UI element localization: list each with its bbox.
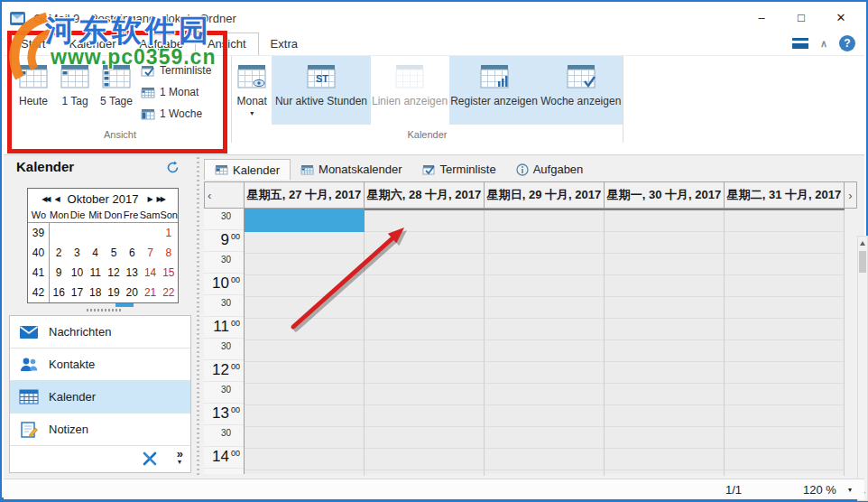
day-cell[interactable]: 13 (123, 263, 141, 283)
day-cell[interactable] (87, 223, 105, 243)
day-cell[interactable]: 12 (105, 263, 123, 283)
mini-calendar[interactable]: ◀◀ ◀ Oktober 2017 ▶ ▶▶ Wo Mon Die Mit Do… (27, 188, 179, 303)
day-header-fri[interactable]: 星期五, 27 十月, 2017 (245, 181, 365, 209)
day-cell[interactable]: 8 (160, 243, 178, 263)
day-column-sat[interactable] (365, 210, 485, 476)
minimize-button[interactable]: – (742, 4, 781, 31)
day-cell[interactable]: 10 (68, 263, 86, 283)
minical-next-year-icon[interactable]: ▶▶ (157, 195, 164, 203)
woche-anzeigen-button[interactable]: Woche anzeigen (539, 56, 623, 125)
prev-day-button[interactable]: ‹ (204, 181, 245, 209)
day-columns[interactable] (245, 209, 845, 474)
scroll-up-icon[interactable] (858, 237, 867, 249)
day-cell[interactable]: 20 (123, 283, 141, 302)
monat-button[interactable]: Monat ▾ (232, 56, 272, 125)
minical-header-mon: Mon (50, 209, 69, 222)
vertical-scrollbar[interactable] (857, 236, 868, 501)
ein-monat-button[interactable]: 1 Monat (137, 81, 211, 103)
vertical-splitter[interactable] (197, 157, 199, 475)
minical-prev-year-icon[interactable]: ◀◀ (42, 195, 49, 203)
day-column-fri[interactable] (245, 210, 365, 476)
week-number: 39 (28, 223, 50, 243)
day-cell[interactable] (50, 223, 68, 243)
heute-button[interactable]: Heute (13, 56, 54, 125)
day-cell[interactable] (105, 223, 123, 243)
maximize-button[interactable]: □ (781, 4, 821, 31)
day-cell[interactable]: 22 (160, 283, 178, 302)
selected-time-slot[interactable] (245, 209, 365, 232)
scrollbar-thumb[interactable] (859, 251, 866, 273)
sidebar-item-notizen[interactable]: Notizen (10, 414, 190, 446)
view-tab-terminliste[interactable]: Terminliste (412, 159, 506, 180)
day-column-tue[interactable] (725, 210, 845, 476)
day-cell[interactable]: 1 (160, 223, 178, 243)
day-header-sun[interactable]: 星期日, 29 十月, 2017 (485, 181, 605, 209)
day-cell[interactable]: 11 (87, 263, 105, 283)
day-column-mon[interactable] (605, 210, 725, 476)
tab-ansicht[interactable]: Ansicht (195, 33, 259, 55)
one-day-calendar-icon (60, 64, 89, 88)
day-cell[interactable]: 5 (105, 243, 123, 263)
register-anzeigen-button[interactable]: Register anzeigen (449, 56, 540, 125)
minical-next-month-icon[interactable]: ▶ (147, 195, 151, 203)
refresh-icon[interactable] (165, 160, 180, 175)
tab-aufgabe[interactable]: Aufgabe (128, 33, 195, 55)
day-header-mon[interactable]: 星期一, 30 十月, 2017 (605, 181, 725, 209)
eine-woche-button[interactable]: 1 Woche (137, 103, 211, 125)
zoom-dropdown-icon[interactable]: ▾ (848, 486, 852, 494)
view-tab-label: Terminliste (440, 163, 496, 176)
minute-label: 00 (231, 449, 240, 458)
day-cell[interactable] (123, 223, 141, 243)
day-header-sat[interactable]: 星期六, 28 十月, 2017 (365, 181, 485, 209)
view-tab-aufgaben[interactable]: Aufgaben (506, 159, 594, 180)
time-row: 30 (204, 382, 244, 404)
tab-kalender[interactable]: Kalender (57, 33, 127, 55)
sidebar-item-kalender[interactable]: Kalender (10, 381, 190, 414)
day-cell[interactable]: 6 (123, 243, 141, 263)
day-cell[interactable]: 16 (50, 283, 68, 302)
day-cell[interactable]: 9 (50, 263, 68, 283)
view-tab-kalender[interactable]: Kalender (204, 159, 291, 180)
configure-buttons-icon[interactable] (142, 451, 158, 467)
collapse-ribbon-icon[interactable]: ∧ (820, 38, 827, 50)
day-cell[interactable]: 4 (87, 243, 105, 263)
day-column-sun[interactable] (485, 210, 605, 476)
ein-tag-button[interactable]: 1 Tag (54, 56, 96, 125)
day-cell[interactable]: 17 (68, 283, 86, 302)
month-calendar-tab-icon (300, 164, 314, 175)
day-cell[interactable]: 15 (160, 263, 178, 283)
page-indicator: 1/1 (725, 483, 742, 497)
terminliste-button[interactable]: Terminliste (137, 60, 211, 81)
day-cell[interactable]: 2 (50, 243, 68, 263)
footer-dropdown-icon[interactable]: ▾ (178, 458, 181, 466)
close-button[interactable]: ✕ (821, 4, 861, 31)
help-icon[interactable]: ? (839, 35, 855, 51)
horizontal-splitter[interactable] (4, 303, 195, 315)
day-cell[interactable]: 3 (68, 243, 86, 263)
linien-anzeigen-button[interactable]: Linien anzeigen (371, 56, 449, 125)
day-cell[interactable]: 21 (141, 283, 159, 302)
fuenf-tage-button[interactable]: 5 Tage (96, 56, 137, 125)
splitter-scroll-thumb[interactable] (115, 303, 134, 307)
day-cell[interactable]: 14 (141, 263, 159, 283)
month-view-icon (237, 64, 266, 88)
info-icon (516, 163, 529, 176)
day-cell[interactable]: 18 (87, 283, 105, 302)
tab-start[interactable]: Start (9, 33, 57, 55)
minical-prev-month-icon[interactable]: ◀ (54, 195, 58, 203)
minute-label: 00 (231, 275, 240, 284)
tab-extra[interactable]: Extra (259, 33, 309, 55)
ein-monat-label: 1 Monat (160, 86, 199, 98)
day-cell[interactable] (68, 223, 86, 243)
next-day-button[interactable]: › (845, 181, 857, 209)
nur-aktive-stunden-button[interactable]: ST Nur aktive Stunden (272, 56, 370, 125)
sidebar-item-nachrichten[interactable]: Nachrichten (10, 316, 190, 349)
day-header-tue[interactable]: 星期二, 31 十月, 2017 (725, 181, 845, 209)
view-tab-monatskalender[interactable]: Monatskalender (291, 159, 412, 180)
zoom-level[interactable]: 120 % (803, 483, 836, 497)
day-cell[interactable] (141, 223, 159, 243)
sidebar-item-kontakte[interactable]: Kontakte (10, 349, 190, 381)
day-cell[interactable]: 7 (141, 243, 159, 263)
menu-icon[interactable] (792, 38, 808, 49)
day-cell[interactable]: 19 (105, 283, 123, 302)
